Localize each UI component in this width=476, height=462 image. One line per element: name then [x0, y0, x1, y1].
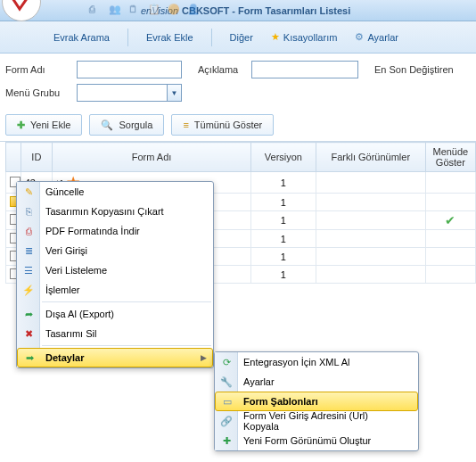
cell-views — [316, 230, 425, 248]
aciklama-input[interactable] — [251, 61, 358, 78]
qat-icon[interactable]: 👥 — [109, 4, 121, 16]
star-icon: ★ — [271, 31, 280, 43]
db-icon: ≣ — [21, 243, 37, 259]
arrow-right-icon: ➡ — [21, 350, 37, 366]
qat-icon[interactable]: 👤 — [187, 4, 200, 16]
list-icon: ☰ — [21, 262, 37, 278]
plus-icon: ✚ — [218, 433, 234, 449]
window-title: CBKSOFT - Form Tasarımları Listesi — [182, 5, 350, 16]
toolbar: ✚Yeni Ekle 🔍Sorgula ≡Tümünü Göster — [0, 111, 476, 142]
tumunu-goster-button[interactable]: ≡Tümünü Göster — [171, 114, 274, 136]
ctx-disa-al[interactable]: ➦Dışa Al (Export) — [17, 304, 213, 324]
ctx-detaylar[interactable]: ➡Detaylar▶ — [17, 348, 213, 367]
cell-menu — [425, 172, 475, 194]
ctx-sil[interactable]: ✖Tasarımı Sil — [17, 324, 213, 343]
cell-menu — [425, 248, 475, 266]
cell-version: 1 — [250, 194, 316, 211]
xml-icon: ⟳ — [218, 354, 234, 370]
cell-menu — [425, 266, 475, 284]
grid-header-id[interactable]: ID — [21, 143, 52, 172]
qat-icons: ⎙ 👥 🗒 📋 🟠 👤 — [89, 4, 200, 16]
grid-header-menude[interactable]: Menüde Göster — [425, 143, 475, 172]
aciklama-label: Açıklama — [198, 64, 251, 75]
yeni-ekle-button[interactable]: ✚Yeni Ekle — [5, 114, 82, 136]
sorgula-button[interactable]: 🔍Sorgula — [89, 114, 164, 136]
ribbon-link-evrak-ekle[interactable]: Evrak Ekle — [146, 32, 193, 43]
divider — [211, 29, 212, 46]
pencil-icon: ✎ — [21, 184, 37, 200]
cell-menu — [425, 230, 475, 248]
submenu-arrow-icon: ▶ — [201, 353, 207, 362]
gear-icon: ⚙ — [355, 31, 364, 43]
check-icon: ✔ — [445, 213, 455, 227]
grid-header-select[interactable] — [6, 143, 21, 172]
title-bar: ⎙ 👥 🗒 📋 🟠 👤 enVision CBKSOFT - Form Tasa… — [0, 0, 476, 21]
page-icon: ▭ — [219, 393, 235, 409]
cell-views — [316, 248, 425, 266]
ctx-sablon[interactable]: ▭Form Şablonları — [215, 392, 418, 411]
ctx-veri-listeleme[interactable]: ☰Veri Listeleme — [17, 260, 213, 280]
ctx-url[interactable]: 🔗Form Veri Giriş Adresini (Url) Kopyala — [215, 411, 418, 431]
ribbon-link-kisayollarim[interactable]: ★Kısayollarım — [271, 31, 338, 43]
ctx-guncelle[interactable]: ✎Güncelle — [17, 182, 213, 202]
ctx-kopya[interactable]: ⎘Tasarımın Kopyasını Çıkart — [17, 202, 213, 221]
ctx-pdf[interactable]: ⎙PDF Formatında İndir — [17, 221, 213, 241]
bolt-icon: ⚡ — [21, 282, 37, 298]
ribbon: Evrak Arama Evrak Ekle Diğer ★Kısayollar… — [0, 21, 476, 54]
lines-icon: ≡ — [183, 120, 188, 130]
menu-grubu-input[interactable] — [78, 85, 167, 101]
ctx-xml[interactable]: ⟳Entegrasyon İçin XML Al — [215, 352, 418, 372]
grid-header-row: ID Form Adı Versiyon Farklı Görünümler M… — [6, 143, 476, 172]
grid-header-versiyon[interactable]: Versiyon — [250, 143, 316, 172]
export-icon: ➦ — [21, 306, 37, 322]
cell-views — [316, 194, 425, 211]
cell-version: 1 — [250, 248, 316, 266]
filter-panel: Form Adı Açıklama En Son Değiştiren Menü… — [0, 54, 476, 111]
plus-icon: ✚ — [17, 120, 25, 131]
copy-icon: ⎘ — [21, 203, 37, 219]
link-icon: 🔗 — [218, 413, 234, 429]
qat-icon[interactable]: 🗒 — [128, 4, 141, 16]
cell-menu: ✔ — [425, 211, 475, 230]
menu-divider — [42, 301, 211, 302]
qat-icon[interactable]: 🟠 — [168, 4, 180, 16]
chevron-down-icon[interactable]: ▼ — [167, 85, 181, 101]
enson-label: En Son Değiştiren — [374, 64, 454, 75]
menu-grubu-label: Menü Grubu — [5, 87, 77, 98]
ribbon-link-ayarlar[interactable]: ⚙Ayarlar — [355, 31, 398, 43]
cell-views — [316, 172, 425, 194]
search-icon: 🔍 — [101, 120, 113, 131]
qat-icon[interactable]: ⎙ — [89, 4, 102, 16]
ctx-veri-girisi[interactable]: ≣Veri Girişi — [17, 241, 213, 260]
cell-version: 1 — [250, 230, 316, 248]
ctx-yeni-gorunum[interactable]: ✚Yeni Form Görünümü Oluştur — [215, 431, 418, 450]
cell-views — [316, 266, 425, 284]
menu-divider — [42, 345, 211, 346]
grid-header-form-adi[interactable]: Form Adı — [53, 143, 251, 172]
context-menu: ✎Güncelle ⎘Tasarımın Kopyasını Çıkart ⎙P… — [16, 181, 214, 368]
ctx-islemler[interactable]: ⚡İşlemler — [17, 280, 213, 300]
context-submenu: ⟳Entegrasyon İçin XML Al 🔧Ayarlar ▭Form … — [214, 351, 419, 451]
cell-views — [316, 211, 425, 230]
ribbon-link-diger[interactable]: Diğer — [230, 32, 253, 43]
form-adi-input[interactable] — [77, 61, 182, 78]
cell-menu — [425, 194, 475, 211]
wrench-icon: 🔧 — [218, 374, 234, 390]
cell-version: 1 — [250, 172, 316, 194]
pdf-icon: ⎙ — [21, 223, 37, 239]
ctx-ayarlar[interactable]: 🔧Ayarlar — [215, 372, 418, 392]
divider — [127, 29, 128, 46]
grid-header-farkli[interactable]: Farklı Görünümler — [316, 143, 425, 172]
delete-icon: ✖ — [21, 326, 37, 342]
form-adi-label: Form Adı — [5, 64, 77, 75]
qat-icon[interactable]: 📋 — [148, 4, 160, 16]
menu-grubu-combo[interactable]: ▼ — [77, 84, 182, 102]
cell-version: 1 — [250, 211, 316, 230]
cell-version: 1 — [250, 266, 316, 284]
ribbon-link-evrak-arama[interactable]: Evrak Arama — [53, 32, 110, 43]
